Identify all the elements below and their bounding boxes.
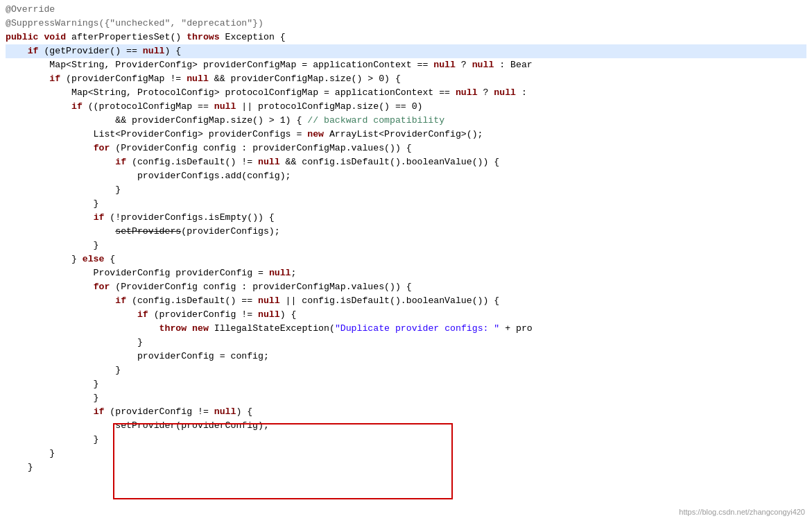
watermark: https://blog.csdn.net/zhangcongyi420 [679, 508, 805, 516]
code-viewer: @Override@SuppressWarnings({"unchecked",… [0, 0, 812, 523]
code-block: @Override@SuppressWarnings({"unchecked",… [0, 0, 812, 477]
